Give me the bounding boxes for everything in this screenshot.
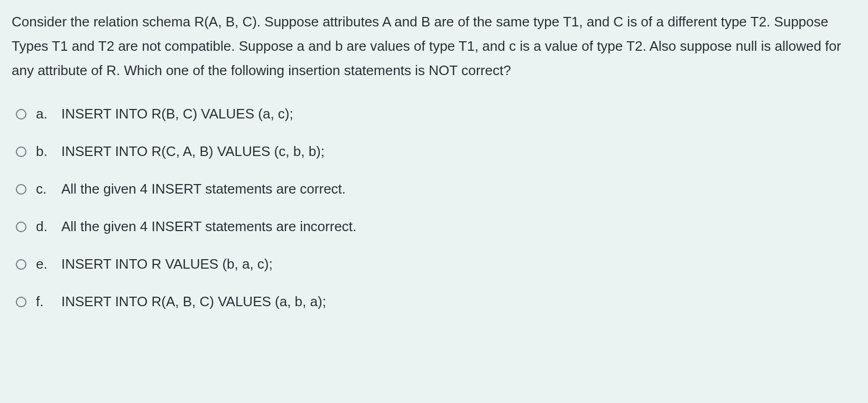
option-text: All the given 4 INSERT statements are co…	[61, 181, 346, 197]
option-letter: a.	[36, 106, 52, 122]
quiz-question-block: Consider the relation schema R(A, B, C).…	[0, 0, 868, 320]
radio-option-f[interactable]	[16, 297, 26, 307]
option-text: INSERT INTO R(A, B, C) VALUES (a, b, a);	[61, 294, 326, 310]
radio-option-c[interactable]	[16, 184, 26, 195]
option-letter: b.	[36, 143, 52, 160]
radio-option-e[interactable]	[16, 259, 26, 270]
option-letter: d.	[36, 218, 52, 235]
options-list: a. INSERT INTO R(B, C) VALUES (a, c); b.…	[12, 106, 856, 310]
option-text: INSERT INTO R(B, C) VALUES (a, c);	[61, 106, 293, 122]
option-letter: f.	[36, 294, 52, 310]
option-f[interactable]: f. INSERT INTO R(A, B, C) VALUES (a, b, …	[16, 294, 856, 310]
option-text: INSERT INTO R(C, A, B) VALUES (c, b, b);	[61, 143, 325, 160]
option-c[interactable]: c. All the given 4 INSERT statements are…	[16, 181, 856, 197]
option-text: INSERT INTO R VALUES (b, a, c);	[61, 256, 273, 272]
option-e[interactable]: e. INSERT INTO R VALUES (b, a, c);	[16, 256, 856, 272]
option-b[interactable]: b. INSERT INTO R(C, A, B) VALUES (c, b, …	[16, 143, 856, 160]
radio-option-b[interactable]	[16, 146, 26, 157]
radio-option-d[interactable]	[16, 222, 26, 232]
option-d[interactable]: d. All the given 4 INSERT statements are…	[16, 218, 856, 235]
option-a[interactable]: a. INSERT INTO R(B, C) VALUES (a, c);	[16, 106, 856, 122]
option-letter: e.	[36, 256, 52, 272]
option-letter: c.	[36, 181, 52, 197]
question-text: Consider the relation schema R(A, B, C).…	[12, 10, 856, 83]
option-text: All the given 4 INSERT statements are in…	[61, 218, 356, 235]
radio-option-a[interactable]	[16, 109, 26, 120]
